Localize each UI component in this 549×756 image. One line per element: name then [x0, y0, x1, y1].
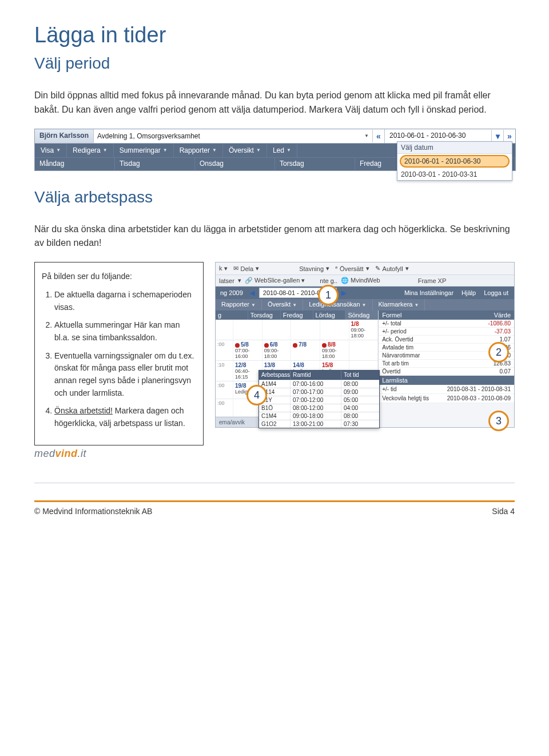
period-dropdown-selected[interactable]: 2010-06-01 - 2010-06-30 — [400, 155, 510, 168]
menu-item[interactable]: Led▼ — [267, 144, 297, 157]
toolbar-webslice[interactable]: WebSlice-gallen — [254, 277, 300, 284]
calendar-cell[interactable]: 7/8 — [291, 340, 320, 360]
submenu-item[interactable]: Klarmarkera ▼ — [373, 299, 425, 311]
section-valja-arbetspass: Välja arbetspass — [34, 188, 515, 206]
footer-page-number: Sida 4 — [492, 507, 515, 516]
arbetspass-row[interactable]: B1Ö08:00-12:0004:00 — [259, 404, 379, 412]
calendar-day-header: Fredag — [281, 311, 313, 320]
period-next-icon[interactable]: ▶ — [339, 289, 348, 297]
toolbar-mvindweb[interactable]: MvindWeb — [351, 277, 380, 284]
calendar-cell[interactable] — [349, 340, 379, 360]
instruction-item: Önska arbetstid! Markera dagen och höger… — [54, 405, 196, 429]
calendar-cell[interactable] — [262, 320, 292, 340]
calendar-cell[interactable] — [233, 320, 262, 340]
arbetspass-row[interactable]: C1M409:00-18:0008:00 — [259, 412, 379, 420]
toolbar-autofyll[interactable]: Autofyll — [383, 265, 403, 272]
callout-3: 3 — [488, 411, 509, 431]
browser-toolbar-1: k ▾ ✉ Dela ▾ Stavning ▾ ᵃ Översätt ▾ ✎ A… — [216, 262, 514, 275]
instruction-box: På bilden ser du följande: De aktuella d… — [34, 262, 204, 445]
section-valj-period: Välj period — [34, 54, 515, 73]
instruction-lead: På bilden ser du följande: — [42, 270, 196, 283]
submenu-item[interactable]: Rapporter ▼ — [216, 299, 262, 311]
calendar-cell[interactable] — [291, 320, 320, 340]
instruction-item: Aktuella summeringar Här kan man bl.a. s… — [54, 319, 196, 344]
weekday-label: Torsdag — [275, 158, 355, 170]
instruction-list: De aktuella dagarna i schemaperioden vis… — [42, 289, 196, 430]
period-dropdown-item[interactable]: 2010-03-01 - 2010-03-31 — [397, 169, 512, 180]
period-dropdown-header: Välj datum — [397, 142, 512, 154]
calendar-day-header: Söndag — [345, 311, 378, 320]
paragraph-valja-arbetspass: När du ska önska dina arbetstider kan du… — [34, 222, 515, 251]
toolbar-dela[interactable]: Dela — [241, 265, 254, 272]
calendar-cell[interactable]: 1/809:00-18:00 — [349, 320, 379, 340]
menu-item[interactable]: Visa▼ — [35, 144, 67, 157]
app-submenu: Rapporter ▼Översikt ▼Ledighetsansökan ▼K… — [216, 299, 514, 311]
instruction-item: Eventuella varningssignaler om du t.ex. … — [54, 350, 196, 400]
warning-dot-icon — [322, 343, 327, 348]
menu-item[interactable]: Översikt▼ — [223, 144, 267, 157]
toolbar-framexp: Frame XP — [418, 277, 447, 284]
toolbar-oversatt[interactable]: Översätt — [340, 265, 364, 272]
department-value: Avdelning 1, Omsorgsverksamhet — [97, 132, 200, 140]
period-dd-button[interactable]: ▾ — [491, 130, 503, 142]
warning-dot-icon — [293, 343, 297, 348]
larm-row: +/- tid2010-08-31 - 2010-08-31 — [379, 385, 514, 394]
calendar-day-header: Torsdag — [248, 311, 281, 320]
submenu-item[interactable]: Ledighetsansökan ▼ — [303, 299, 372, 311]
weekday-label: Tisdag — [115, 158, 195, 170]
browser-toolbar-2: latser ▾ 🔗 WebSlice-gallen ▾ nte g.. 🌐 M… — [216, 275, 514, 287]
link-mina-installningar[interactable]: Mina Inställningar — [404, 289, 453, 296]
user-name-label: Björn Karlsson — [35, 129, 93, 143]
callout-2: 2 — [488, 342, 509, 363]
submenu-item[interactable]: Översikt ▼ — [262, 299, 303, 311]
weekday-label: Måndag — [35, 158, 115, 170]
weekday-label: Onsdag — [195, 158, 275, 170]
chevron-down-icon: ▼ — [364, 133, 369, 138]
arbetspass-row[interactable]: A1Y07:00-12:0005:00 — [259, 396, 379, 404]
department-dropdown[interactable]: Avdelning 1, Omsorgsverksamhet ▼ — [93, 129, 372, 143]
warning-dot-icon — [235, 343, 240, 348]
calendar-cell[interactable]: 6/809:00-18:00 — [262, 340, 292, 360]
app-bar-left-label: ng 2009 — [216, 289, 248, 296]
arbetspass-popup-header: Arbetspass Ramtid Tot tid — [259, 371, 379, 380]
summary-panel: Formel Värde +/- total-1086.80+/- period… — [379, 311, 514, 427]
menu-item[interactable]: Redigera▼ — [67, 144, 114, 157]
period-prev-button[interactable]: « — [372, 130, 384, 142]
calendar-cell[interactable]: 5/807:00-16:00 — [233, 340, 262, 360]
toolbar-latser: latser — [219, 277, 234, 284]
brand-logo: medvind.it — [34, 448, 204, 460]
arbetspass-row[interactable]: A11407:00-17:0009:00 — [259, 388, 379, 396]
menu-item[interactable]: Rapporter▼ — [174, 144, 223, 157]
arbetspass-row[interactable]: G1O213:00-21:0007:30 — [259, 420, 379, 428]
instruction-item: De aktuella dagarna i schemaperioden vis… — [54, 289, 196, 313]
calendar-days-header: gTorsdagFredagLördagSöndag — [216, 311, 378, 320]
calendar-cell[interactable]: 8/809:00-18:00 — [320, 340, 349, 360]
larm-row: Veckovila helgtj tis2010-08-03 - 2010-08… — [379, 394, 514, 403]
arbetspass-row[interactable]: A1M407:00-16:0008:00 — [259, 380, 379, 388]
warning-dot-icon — [264, 343, 269, 348]
page-footer: © Medvind Informationsteknik AB Sida 4 — [34, 500, 515, 516]
menu-item[interactable]: Summeringar▼ — [114, 144, 174, 157]
calendar-day-header: Lördag — [313, 311, 346, 320]
toolbar-nteg: nte g.. — [320, 277, 337, 284]
callout-1: 1 — [318, 285, 339, 305]
app-title-bar: ng 2009 ◀ 2010-08-01 - 2010-08-31 ▶ Mina… — [216, 287, 514, 299]
summary-row: Övertid0.07 — [379, 368, 514, 376]
larmlista-header: Larmlista — [379, 376, 514, 385]
period-prev-icon[interactable]: ◀ — [248, 289, 257, 297]
calendar-cell[interactable] — [320, 320, 349, 340]
callout-4: 4 — [246, 385, 267, 405]
page-title: Lägga in tider — [34, 23, 515, 47]
link-hjalp[interactable]: Hjälp — [462, 289, 476, 296]
summary-row: +/- period-37.03 — [379, 328, 514, 336]
period-next-button[interactable]: » — [503, 130, 515, 142]
period-dropdown-panel: Välj datum 2010-06-01 - 2010-06-30 2010-… — [397, 141, 512, 181]
arbetspass-popup[interactable]: Arbetspass Ramtid Tot tid A1M407:00-16:0… — [258, 370, 380, 428]
summary-header: Formel Värde — [379, 311, 514, 320]
link-logga-ut[interactable]: Logga ut — [484, 289, 508, 296]
summary-row: +/- total-1086.80 — [379, 320, 514, 328]
paragraph-valj-period: Din bild öppnas alltid med fokus på inne… — [34, 89, 515, 117]
calendar-day-header: g — [216, 311, 248, 320]
footer-copyright: © Medvind Informationsteknik AB — [34, 507, 152, 516]
toolbar-stavning[interactable]: Stavning — [299, 265, 324, 272]
